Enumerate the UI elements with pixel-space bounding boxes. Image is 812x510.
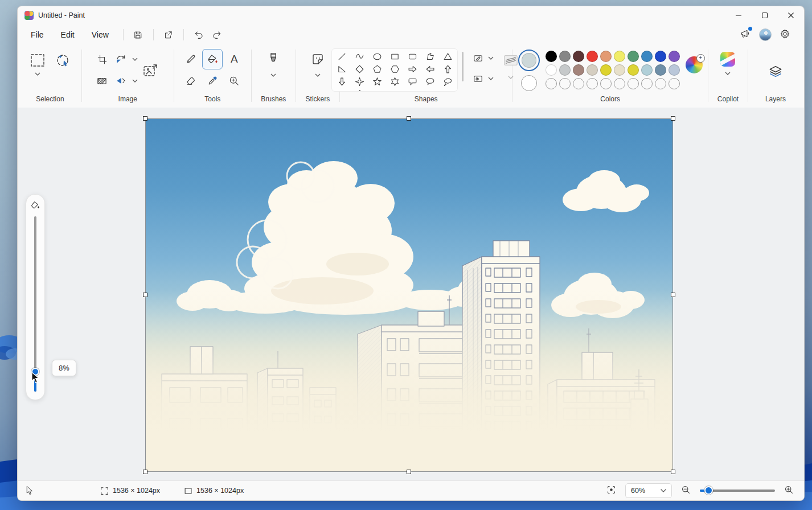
shape-cloud-icon[interactable] [333,88,351,92]
layers-button[interactable] [766,62,785,81]
shape-callout-cloud-icon[interactable] [439,75,457,88]
selection-handle-bottom-left[interactable] [143,470,147,474]
chevron-down-icon[interactable] [132,79,138,83]
zoom-slider[interactable] [700,490,775,492]
color-swatch-empty[interactable] [587,78,598,89]
brushes-button[interactable] [264,50,283,69]
color1-swatch[interactable] [518,50,540,71]
eraser-tool-button[interactable] [181,71,200,91]
selection-handle-bottom-right[interactable] [671,470,675,474]
save-button[interactable] [129,26,147,43]
color-swatch[interactable] [587,64,598,76]
color-swatch[interactable] [587,51,598,62]
color-swatch[interactable] [546,64,557,76]
shape-line-icon[interactable] [333,50,351,63]
shape-star-four-icon[interactable] [351,75,368,88]
color-swatch[interactable] [655,64,666,76]
color-swatch-empty[interactable] [559,78,571,89]
canvas[interactable] [146,119,672,471]
zoom-in-button[interactable] [784,485,794,496]
redo-button[interactable] [208,26,226,43]
chevron-down-icon[interactable] [132,57,138,61]
shape-outline-button[interactable] [470,51,486,65]
color-swatch-empty[interactable] [573,78,584,89]
close-button[interactable] [778,6,804,24]
fill-tool-button[interactable] [202,49,223,69]
color-swatch-empty[interactable] [614,78,625,89]
color-swatch[interactable] [614,64,625,76]
zoom-out-button[interactable] [681,485,691,496]
shape-polygon-icon[interactable] [421,50,439,63]
account-avatar[interactable] [759,28,772,41]
chevron-down-icon[interactable] [270,73,276,77]
color-picker-tool-button[interactable] [203,71,222,91]
color-swatch[interactable] [641,51,653,62]
color-swatch-empty[interactable] [628,78,639,89]
color-swatch[interactable] [669,64,680,76]
color-swatch[interactable] [559,51,571,62]
shape-arrow-up-icon[interactable] [439,63,457,75]
image-options-button[interactable] [138,59,163,84]
color-swatch[interactable] [641,64,653,76]
shape-arrow-right-icon[interactable] [404,63,421,75]
shape-lightning-icon[interactable] [351,88,368,92]
undo-button[interactable] [190,26,208,43]
chevron-down-icon[interactable] [508,76,514,79]
shape-pentagon-icon[interactable] [368,63,386,75]
stickers-button[interactable] [308,50,327,69]
shape-fill-button[interactable] [470,71,486,86]
menu-file[interactable]: File [22,27,52,43]
color-swatch[interactable] [546,51,557,62]
selection-handle-top-left[interactable] [143,116,147,121]
selection-handle-middle-right[interactable] [671,293,675,297]
shape-rectangle-icon[interactable] [386,50,404,63]
color-swatch[interactable] [628,51,639,62]
resize-skew-button[interactable] [92,71,112,91]
color2-swatch[interactable] [521,75,537,91]
shape-star-five-icon[interactable] [368,75,386,88]
color-swatch-empty[interactable] [600,78,612,89]
color-swatch-empty[interactable] [546,78,557,89]
magnifier-tool-button[interactable] [224,71,244,91]
shape-curve-icon[interactable] [351,50,368,63]
chevron-down-icon[interactable] [488,77,494,80]
selection-handle-middle-left[interactable] [143,293,147,297]
edit-colors-button[interactable]: + [686,56,703,73]
maximize-button[interactable] [752,6,778,24]
shape-diamond-icon[interactable] [351,63,368,75]
rectangle-select-button[interactable] [28,51,47,70]
color-swatch-empty[interactable] [669,78,680,89]
shapes-scrollbar[interactable] [462,52,464,81]
shape-oval-icon[interactable] [368,50,386,63]
chevron-down-icon[interactable] [315,73,321,77]
crop-button[interactable] [92,50,112,69]
chevron-down-icon[interactable] [488,56,494,60]
tolerance-slider[interactable] [34,216,36,392]
color-swatch[interactable] [600,64,612,76]
chevron-down-icon[interactable] [725,72,731,75]
zoom-level-dropdown[interactable]: 60% [625,483,672,498]
color-swatch[interactable] [614,51,625,62]
menu-view[interactable]: View [83,27,117,43]
shape-arrow-left-icon[interactable] [421,63,439,75]
color-swatch[interactable] [628,64,639,76]
shape-callout-rounded-icon[interactable] [404,75,421,88]
chevron-down-icon[interactable] [35,72,40,76]
color-swatch[interactable] [669,51,680,62]
color-swatch-empty[interactable] [655,78,666,89]
shape-callout-oval-icon[interactable] [421,75,439,88]
color-swatch[interactable] [573,51,584,62]
shape-star-six-icon[interactable] [386,75,404,88]
menu-edit[interactable]: Edit [52,27,83,43]
copilot-button[interactable] [720,52,735,67]
shape-rounded-rectangle-icon[interactable] [404,50,421,63]
share-button[interactable] [159,26,178,43]
color-swatch[interactable] [559,64,571,76]
feedback-button[interactable] [740,28,751,42]
shape-hexagon-icon[interactable] [386,63,404,75]
color-swatch[interactable] [655,51,666,62]
minimize-button[interactable] [725,6,752,24]
rotate-button[interactable] [111,50,130,69]
flip-button[interactable] [111,71,130,91]
shape-right-triangle-icon[interactable] [333,63,351,75]
